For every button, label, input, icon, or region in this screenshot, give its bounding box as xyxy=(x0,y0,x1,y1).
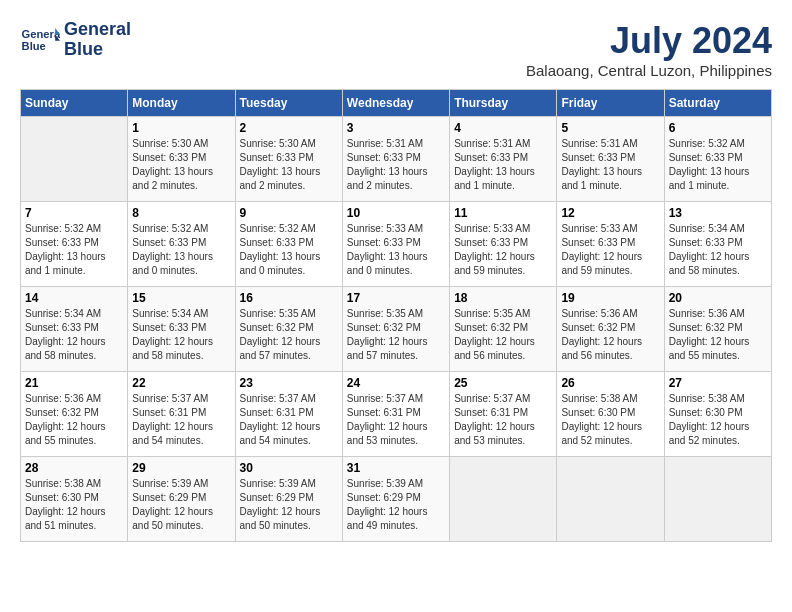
sunset: Sunset: 6:33 PM xyxy=(132,321,230,335)
calendar-cell: 11 Sunrise: 5:33 AM Sunset: 6:33 PM Dayl… xyxy=(450,202,557,287)
sunset: Sunset: 6:33 PM xyxy=(240,151,338,165)
day-number: 15 xyxy=(132,291,230,305)
calendar-cell: 6 Sunrise: 5:32 AM Sunset: 6:33 PM Dayli… xyxy=(664,117,771,202)
sunset: Sunset: 6:32 PM xyxy=(240,321,338,335)
day-number: 24 xyxy=(347,376,445,390)
daylight: Daylight: 13 hours and 1 minute. xyxy=(454,165,552,193)
sunset: Sunset: 6:33 PM xyxy=(240,236,338,250)
location: Balaoang, Central Luzon, Philippines xyxy=(526,62,772,79)
calendar-cell: 27 Sunrise: 5:38 AM Sunset: 6:30 PM Dayl… xyxy=(664,372,771,457)
sunset: Sunset: 6:30 PM xyxy=(669,406,767,420)
day-number: 3 xyxy=(347,121,445,135)
sunrise: Sunrise: 5:33 AM xyxy=(454,222,552,236)
sunrise: Sunrise: 5:34 AM xyxy=(132,307,230,321)
sunrise: Sunrise: 5:30 AM xyxy=(240,137,338,151)
daylight: Daylight: 12 hours and 53 minutes. xyxy=(454,420,552,448)
day-info: Sunrise: 5:38 AM Sunset: 6:30 PM Dayligh… xyxy=(561,392,659,448)
day-number: 8 xyxy=(132,206,230,220)
day-number: 1 xyxy=(132,121,230,135)
sunset: Sunset: 6:33 PM xyxy=(669,151,767,165)
sunrise: Sunrise: 5:33 AM xyxy=(347,222,445,236)
sunset: Sunset: 6:33 PM xyxy=(454,151,552,165)
calendar-cell: 22 Sunrise: 5:37 AM Sunset: 6:31 PM Dayl… xyxy=(128,372,235,457)
sunset: Sunset: 6:33 PM xyxy=(669,236,767,250)
day-info: Sunrise: 5:34 AM Sunset: 6:33 PM Dayligh… xyxy=(669,222,767,278)
calendar-cell xyxy=(664,457,771,542)
calendar-cell: 14 Sunrise: 5:34 AM Sunset: 6:33 PM Dayl… xyxy=(21,287,128,372)
daylight: Daylight: 12 hours and 55 minutes. xyxy=(25,420,123,448)
calendar-cell: 21 Sunrise: 5:36 AM Sunset: 6:32 PM Dayl… xyxy=(21,372,128,457)
day-info: Sunrise: 5:31 AM Sunset: 6:33 PM Dayligh… xyxy=(561,137,659,193)
day-info: Sunrise: 5:32 AM Sunset: 6:33 PM Dayligh… xyxy=(25,222,123,278)
page-header: General Blue General Blue July 2024 Bala… xyxy=(20,20,772,79)
daylight: Daylight: 13 hours and 1 minute. xyxy=(669,165,767,193)
day-info: Sunrise: 5:34 AM Sunset: 6:33 PM Dayligh… xyxy=(132,307,230,363)
calendar-cell: 5 Sunrise: 5:31 AM Sunset: 6:33 PM Dayli… xyxy=(557,117,664,202)
day-info: Sunrise: 5:36 AM Sunset: 6:32 PM Dayligh… xyxy=(561,307,659,363)
month-title: July 2024 xyxy=(526,20,772,62)
calendar-cell: 17 Sunrise: 5:35 AM Sunset: 6:32 PM Dayl… xyxy=(342,287,449,372)
daylight: Daylight: 12 hours and 57 minutes. xyxy=(347,335,445,363)
day-info: Sunrise: 5:33 AM Sunset: 6:33 PM Dayligh… xyxy=(347,222,445,278)
sunset: Sunset: 6:33 PM xyxy=(561,151,659,165)
calendar-cell: 23 Sunrise: 5:37 AM Sunset: 6:31 PM Dayl… xyxy=(235,372,342,457)
calendar-cell: 18 Sunrise: 5:35 AM Sunset: 6:32 PM Dayl… xyxy=(450,287,557,372)
calendar-cell xyxy=(557,457,664,542)
daylight: Daylight: 13 hours and 2 minutes. xyxy=(132,165,230,193)
sunset: Sunset: 6:32 PM xyxy=(669,321,767,335)
calendar-cell: 20 Sunrise: 5:36 AM Sunset: 6:32 PM Dayl… xyxy=(664,287,771,372)
calendar-cell: 7 Sunrise: 5:32 AM Sunset: 6:33 PM Dayli… xyxy=(21,202,128,287)
daylight: Daylight: 12 hours and 55 minutes. xyxy=(669,335,767,363)
logo-text-line2: Blue xyxy=(64,40,131,60)
weekday-header-friday: Friday xyxy=(557,90,664,117)
calendar-cell: 10 Sunrise: 5:33 AM Sunset: 6:33 PM Dayl… xyxy=(342,202,449,287)
sunrise: Sunrise: 5:38 AM xyxy=(669,392,767,406)
calendar-cell: 28 Sunrise: 5:38 AM Sunset: 6:30 PM Dayl… xyxy=(21,457,128,542)
calendar-cell: 8 Sunrise: 5:32 AM Sunset: 6:33 PM Dayli… xyxy=(128,202,235,287)
sunset: Sunset: 6:32 PM xyxy=(561,321,659,335)
sunrise: Sunrise: 5:37 AM xyxy=(132,392,230,406)
day-number: 23 xyxy=(240,376,338,390)
calendar-week-row: 7 Sunrise: 5:32 AM Sunset: 6:33 PM Dayli… xyxy=(21,202,772,287)
sunrise: Sunrise: 5:37 AM xyxy=(454,392,552,406)
calendar-cell: 24 Sunrise: 5:37 AM Sunset: 6:31 PM Dayl… xyxy=(342,372,449,457)
sunrise: Sunrise: 5:36 AM xyxy=(669,307,767,321)
day-info: Sunrise: 5:39 AM Sunset: 6:29 PM Dayligh… xyxy=(347,477,445,533)
daylight: Daylight: 12 hours and 58 minutes. xyxy=(25,335,123,363)
day-number: 13 xyxy=(669,206,767,220)
daylight: Daylight: 13 hours and 0 minutes. xyxy=(240,250,338,278)
day-number: 19 xyxy=(561,291,659,305)
weekday-header-wednesday: Wednesday xyxy=(342,90,449,117)
title-block: July 2024 Balaoang, Central Luzon, Phili… xyxy=(526,20,772,79)
calendar-cell: 25 Sunrise: 5:37 AM Sunset: 6:31 PM Dayl… xyxy=(450,372,557,457)
calendar-cell: 29 Sunrise: 5:39 AM Sunset: 6:29 PM Dayl… xyxy=(128,457,235,542)
daylight: Daylight: 12 hours and 54 minutes. xyxy=(240,420,338,448)
day-info: Sunrise: 5:32 AM Sunset: 6:33 PM Dayligh… xyxy=(240,222,338,278)
day-info: Sunrise: 5:30 AM Sunset: 6:33 PM Dayligh… xyxy=(240,137,338,193)
sunrise: Sunrise: 5:37 AM xyxy=(347,392,445,406)
day-number: 9 xyxy=(240,206,338,220)
day-info: Sunrise: 5:38 AM Sunset: 6:30 PM Dayligh… xyxy=(669,392,767,448)
daylight: Daylight: 13 hours and 0 minutes. xyxy=(132,250,230,278)
sunrise: Sunrise: 5:32 AM xyxy=(25,222,123,236)
sunrise: Sunrise: 5:39 AM xyxy=(347,477,445,491)
calendar-cell: 15 Sunrise: 5:34 AM Sunset: 6:33 PM Dayl… xyxy=(128,287,235,372)
sunrise: Sunrise: 5:34 AM xyxy=(669,222,767,236)
sunset: Sunset: 6:30 PM xyxy=(561,406,659,420)
sunrise: Sunrise: 5:36 AM xyxy=(561,307,659,321)
day-info: Sunrise: 5:36 AM Sunset: 6:32 PM Dayligh… xyxy=(25,392,123,448)
sunrise: Sunrise: 5:31 AM xyxy=(347,137,445,151)
day-number: 12 xyxy=(561,206,659,220)
sunset: Sunset: 6:29 PM xyxy=(240,491,338,505)
daylight: Daylight: 12 hours and 58 minutes. xyxy=(669,250,767,278)
weekday-header-row: SundayMondayTuesdayWednesdayThursdayFrid… xyxy=(21,90,772,117)
day-number: 6 xyxy=(669,121,767,135)
day-info: Sunrise: 5:37 AM Sunset: 6:31 PM Dayligh… xyxy=(132,392,230,448)
day-info: Sunrise: 5:37 AM Sunset: 6:31 PM Dayligh… xyxy=(454,392,552,448)
day-info: Sunrise: 5:38 AM Sunset: 6:30 PM Dayligh… xyxy=(25,477,123,533)
day-info: Sunrise: 5:34 AM Sunset: 6:33 PM Dayligh… xyxy=(25,307,123,363)
day-number: 20 xyxy=(669,291,767,305)
sunrise: Sunrise: 5:39 AM xyxy=(132,477,230,491)
calendar-week-row: 28 Sunrise: 5:38 AM Sunset: 6:30 PM Dayl… xyxy=(21,457,772,542)
sunrise: Sunrise: 5:31 AM xyxy=(561,137,659,151)
